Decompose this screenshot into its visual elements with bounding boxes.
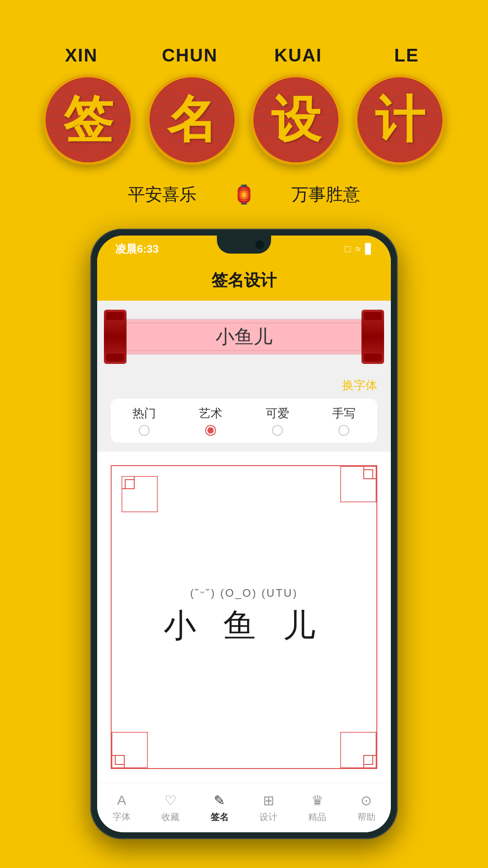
top-section: XIN CHUN KUAI LE 签: [0, 0, 488, 206]
pinyin-xin: XIN: [41, 45, 122, 66]
status-icons: □ ≈ ▊: [345, 243, 373, 255]
phone-container: 凌晨6:33 □ ≈ ▊ 签名设计 小鱼儿: [0, 229, 488, 839]
circles-row: 签 名: [43, 75, 445, 165]
font-tab-dot-0: [139, 425, 150, 436]
camera-cutout: [255, 240, 264, 249]
scroll-left-roll: [104, 310, 127, 364]
font-icon: A: [117, 793, 126, 808]
corner-ornament-tl: [122, 476, 158, 512]
scroll-right-roll: [361, 310, 384, 364]
svg-rect-9: [364, 470, 373, 479]
circle-stamp-1: 名: [147, 75, 237, 165]
font-tab-0[interactable]: 热门: [111, 406, 178, 436]
char-0: 签: [63, 86, 113, 154]
circle-stamp-3: 计: [355, 75, 445, 165]
svg-rect-13: [115, 755, 124, 764]
font-selector-area: 换字体 热门 艺术 可爱 手写: [97, 373, 391, 452]
corner-ornament-bl: [112, 732, 148, 768]
subtitle-icon: 🏮: [233, 184, 255, 205]
nav-item-help[interactable]: ⊙ 帮助: [342, 793, 391, 823]
nav-label-favorites: 收藏: [161, 811, 179, 823]
sig-content: (˘ᵕ˘) (O_O) (UTU) 小 鱼 儿: [164, 587, 324, 647]
scroll-body: 小鱼儿: [111, 319, 377, 355]
svg-rect-16: [340, 732, 376, 768]
change-font-link[interactable]: 换字体: [111, 377, 377, 393]
scroll-banner-container: 小鱼儿: [97, 301, 391, 373]
nav-item-favorites[interactable]: ♡ 收藏: [146, 793, 195, 823]
nav-item-design[interactable]: ⊞ 设计: [244, 793, 293, 823]
help-icon: ⊙: [361, 793, 372, 808]
pinyin-le: LE: [366, 45, 447, 66]
subtitle-right: 万事胜意: [291, 183, 360, 206]
font-tab-label-2: 可爱: [266, 406, 289, 421]
status-bar: 凌晨6:33 □ ≈ ▊: [97, 236, 391, 263]
char-1: 名: [167, 86, 217, 154]
circle-stamp-0: 签: [43, 75, 133, 165]
nav-label-font: 字体: [113, 811, 131, 823]
font-tab-dot-2: [272, 425, 283, 436]
corner-ornament-tr: [340, 466, 376, 502]
svg-rect-4: [122, 476, 158, 512]
nav-item-font[interactable]: A 字体: [97, 793, 146, 823]
bottom-nav: A 字体 ♡ 收藏 ✎ 签名 ⊞ 设计 ♛ 精品: [97, 783, 391, 832]
svg-rect-12: [112, 732, 148, 768]
font-tab-label-0: 热门: [132, 406, 156, 421]
signature-preview: (˘ᵕ˘) (O_O) (UTU) 小 鱼 儿: [97, 452, 391, 783]
nav-label-premium: 精品: [308, 811, 326, 823]
notch: [217, 236, 271, 254]
svg-rect-17: [364, 755, 373, 764]
phone-screen: 凌晨6:33 □ ≈ ▊ 签名设计 小鱼儿: [97, 236, 391, 832]
battery-icon: □: [345, 243, 351, 255]
nav-item-signature[interactable]: ✎ 签名: [195, 793, 244, 823]
phone-frame: 凌晨6:33 □ ≈ ▊ 签名设计 小鱼儿: [90, 229, 398, 839]
scroll-banner: 小鱼儿: [111, 310, 377, 364]
svg-rect-5: [125, 480, 134, 489]
circle-stamp-2: 设: [251, 75, 341, 165]
nav-item-premium[interactable]: ♛ 精品: [293, 793, 342, 823]
font-tab-3[interactable]: 手写: [311, 406, 378, 436]
subtitle-left: 平安喜乐: [128, 183, 197, 206]
favorites-icon: ♡: [164, 793, 177, 808]
sig-kaomoji: (˘ᵕ˘) (O_O) (UTU): [190, 587, 298, 599]
pinyin-kuai: KUAI: [258, 45, 339, 66]
subtitle-row: 平安喜乐 🏮 万事胜意: [128, 183, 360, 206]
wifi-icon: ≈: [355, 243, 361, 255]
nav-label-signature: 签名: [211, 811, 229, 823]
premium-icon: ♛: [311, 793, 324, 808]
signature-icon: ✎: [214, 793, 225, 808]
font-tab-label-3: 手写: [332, 406, 356, 421]
sig-name: 小 鱼 儿: [164, 604, 324, 647]
nav-label-help: 帮助: [357, 811, 375, 823]
scroll-text: 小鱼儿: [216, 324, 272, 349]
corner-ornament-br: [340, 732, 376, 768]
pinyin-row: XIN CHUN KUAI LE: [41, 45, 447, 66]
font-tab-label-1: 艺术: [199, 406, 222, 421]
signal-icon: ▊: [365, 243, 373, 255]
font-tabs: 热门 艺术 可爱 手写: [111, 399, 377, 443]
font-tab-dot-1: [205, 425, 216, 436]
font-tab-2[interactable]: 可爱: [244, 406, 311, 436]
char-3: 计: [375, 86, 425, 154]
design-icon: ⊞: [263, 793, 274, 808]
app-title: 签名设计: [211, 271, 277, 289]
pinyin-chun: CHUN: [149, 45, 230, 66]
svg-rect-8: [340, 466, 376, 502]
nav-label-design: 设计: [259, 811, 277, 823]
app-header: 签名设计: [97, 263, 391, 301]
char-2: 设: [271, 86, 321, 154]
status-time: 凌晨6:33: [115, 242, 159, 256]
font-tab-dot-3: [338, 425, 349, 436]
font-tab-1[interactable]: 艺术: [178, 406, 244, 436]
